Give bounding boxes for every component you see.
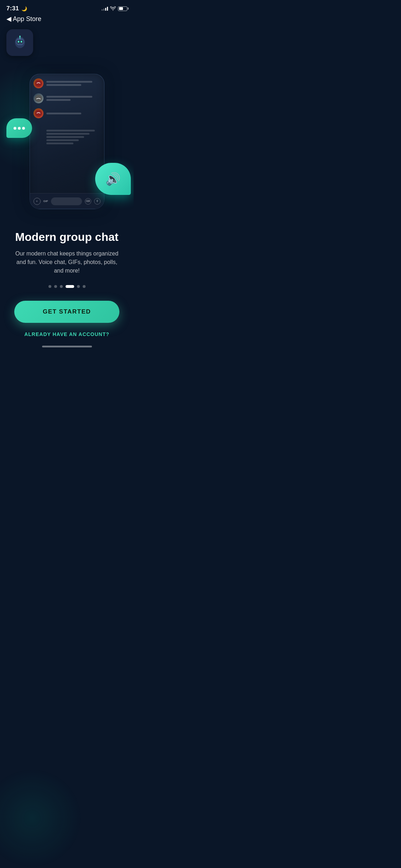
already-have-account-link[interactable]: ALREADY HAVE AN ACCOUNT?	[14, 331, 119, 340]
avatar-3	[34, 108, 43, 118]
signal-bars	[102, 6, 108, 11]
gif-btn: GIF	[43, 200, 48, 203]
dot-3	[60, 285, 63, 288]
signal-bar-2	[103, 9, 104, 11]
bubble-dot-3	[22, 127, 25, 130]
chat-lines-3	[46, 113, 101, 114]
svg-point-7	[19, 36, 21, 37]
dot-5	[77, 285, 80, 288]
bubble-dot-1	[14, 127, 16, 130]
app-store-label: App Store	[13, 15, 41, 23]
chat-lines-1	[46, 81, 101, 86]
avatar-2	[34, 93, 43, 103]
back-arrow-icon: ◀	[6, 15, 11, 23]
battery-icon	[118, 6, 127, 11]
moon-icon: 🌙	[21, 6, 27, 11]
dot-6	[83, 285, 86, 288]
svg-rect-5	[18, 45, 22, 47]
bottom-content: Modern group chat Our modern chat keeps …	[0, 223, 134, 340]
signal-bar-3	[105, 8, 106, 11]
app-icon	[6, 29, 33, 56]
svg-point-10	[35, 110, 42, 117]
app-icon-area	[0, 26, 134, 56]
dot-1	[48, 285, 51, 288]
home-indicator	[0, 340, 134, 351]
svg-point-4	[20, 41, 22, 42]
message-area	[30, 128, 104, 146]
phone-toolbar: + GIF ⌨ 🎙	[30, 193, 104, 209]
chat-item-2	[34, 93, 101, 103]
dot-2	[54, 285, 57, 288]
main-title: Modern group chat	[14, 231, 119, 244]
phone-mockup-area: + GIF ⌨ 🎙 🔊	[0, 60, 134, 223]
pagination-dots	[14, 285, 119, 288]
chat-item-1	[34, 78, 101, 88]
plus-btn: +	[34, 198, 41, 205]
bubble-dot-2	[18, 127, 21, 130]
message-lines	[46, 130, 101, 144]
get-started-button[interactable]: GET STARTED	[14, 301, 119, 323]
chat-list	[30, 74, 104, 128]
typing-bubble	[6, 118, 32, 140]
voice-bubble: 🔊	[95, 163, 131, 197]
speaker-icon: 🔊	[106, 172, 120, 186]
wifi-icon	[110, 6, 116, 11]
status-icons	[102, 6, 127, 11]
home-bar	[42, 346, 92, 347]
status-bar: 7:31 🌙	[0, 0, 134, 14]
svg-point-3	[17, 41, 19, 42]
chat-item-3	[34, 108, 101, 118]
signal-bar-1	[102, 9, 103, 11]
signal-bar-4	[107, 7, 108, 11]
app-store-nav[interactable]: ◀ App Store	[0, 14, 134, 26]
chat-lines-2	[46, 96, 101, 101]
avatar-1	[34, 78, 43, 88]
status-time: 7:31	[6, 5, 19, 12]
chat-input	[51, 197, 82, 205]
main-description: Our modern chat keeps things organized a…	[14, 249, 119, 275]
svg-point-8	[35, 80, 42, 87]
mic-icon: 🎙	[94, 198, 101, 205]
phone-frame: + GIF ⌨ 🎙	[30, 74, 104, 209]
dot-4-active	[66, 285, 74, 288]
keyboard-icon: ⌨	[85, 198, 91, 205]
